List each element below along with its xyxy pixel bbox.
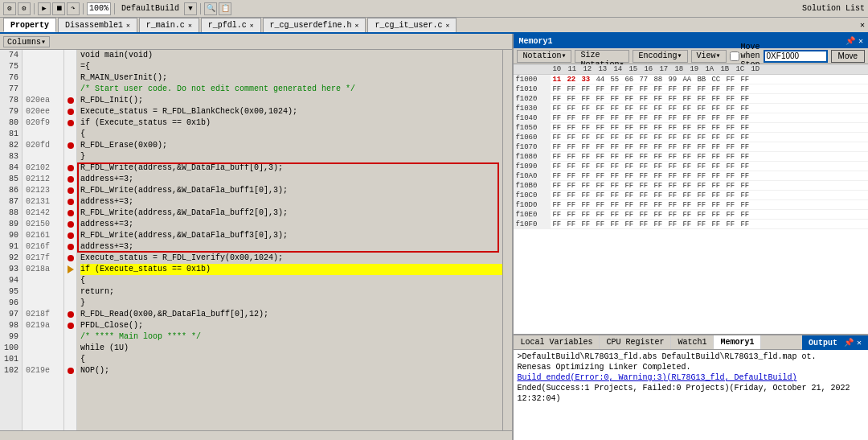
breakpoint-cell-102[interactable]	[64, 365, 76, 376]
tab-property[interactable]: Property	[3, 18, 56, 32]
mem-byte-f10F0-8: FF	[668, 220, 681, 228]
tab-rpfdl[interactable]: r_pfdl.c ✕	[201, 18, 261, 32]
breakpoint-cell-88[interactable]	[64, 208, 76, 219]
memory-row-f1040: f1040FFFFFFFFFFFFFFFFFFFFFFFFFFFF	[514, 113, 868, 123]
breakpoint-cell-74[interactable]	[64, 50, 76, 61]
memory-close-icon[interactable]: ✕	[858, 36, 863, 46]
toolbar-icon-4[interactable]: ⏹	[52, 2, 65, 15]
breakpoint-cell-96[interactable]	[64, 298, 76, 309]
mem-byte-f1020-2: FF	[581, 94, 594, 103]
mem-byte-f10F0-1: FF	[567, 220, 579, 228]
size-notation-btn[interactable]: Size Notation▾	[575, 50, 629, 63]
toolbar-icon-3[interactable]: ▶	[38, 2, 51, 15]
mem-byte-f1090-3: FF	[596, 162, 608, 171]
solution-list-label: Solution List	[802, 4, 865, 13]
breakpoint-cell-77[interactable]	[64, 84, 76, 95]
tab-rcgituser[interactable]: r_cg_it_user.c ✕	[367, 18, 457, 32]
output-area: >DefaultBuild\RL78G13_fld.abs DefaultBui…	[514, 350, 868, 440]
address-cell-97: 0218f	[23, 309, 63, 320]
breakpoint-cell-98[interactable]	[64, 320, 76, 331]
breakpoint-cell-81[interactable]	[64, 129, 76, 140]
mem-byte-f1080-8: FF	[668, 152, 681, 161]
mem-addr-f1090: f1090	[514, 162, 551, 171]
mem-byte-f1010-4: FF	[610, 84, 623, 93]
tab-close-all[interactable]: ✕	[860, 20, 865, 30]
breakpoint-cell-101[interactable]	[64, 354, 76, 365]
mem-byte-f10D0-10: FF	[697, 200, 710, 209]
mem-byte-f1050-4: FF	[610, 123, 623, 132]
breakpoint-cell-91[interactable]	[64, 241, 76, 253]
breakpoint-cell-100[interactable]	[64, 343, 76, 354]
toolbar-icon-6[interactable]: ▼	[184, 2, 197, 15]
output-link[interactable]: Build ended(Error:0, Warning:3)(RL78G13_…	[517, 373, 796, 382]
output-close-icon[interactable]: ✕	[857, 338, 862, 347]
notation-btn[interactable]: Notation▾	[517, 50, 571, 63]
breakpoint-cell-93[interactable]	[64, 264, 76, 275]
memory-address-input[interactable]	[764, 50, 828, 63]
memory-move-button[interactable]: Move	[831, 50, 865, 63]
tab-rcguserdefine[interactable]: r_cg_userdefine.h ✕	[263, 18, 366, 32]
code-scrollbar-h[interactable]	[0, 430, 512, 440]
breakpoint-cell-80[interactable]	[64, 117, 76, 129]
mem-byte-f10C0-10: FF	[697, 191, 710, 199]
address-column: 020ea020ee020f9020fd02102021120212302131…	[23, 50, 64, 430]
tab-rmain[interactable]: r_main.c ✕	[139, 18, 199, 32]
tab-rcguserdefine-close[interactable]: ✕	[355, 22, 359, 29]
toolbar-icon-8[interactable]: 📋	[219, 2, 231, 15]
memory-title: Memory1	[518, 37, 552, 46]
breakpoint-cell-82[interactable]	[64, 140, 76, 151]
mem-byte-f1010-2: FF	[581, 84, 594, 93]
tab-watch1[interactable]: Watch1	[671, 335, 714, 349]
code-line-86: R_FDL_Write(address,&W_DataFla_buff1[0],…	[80, 185, 502, 196]
encoding-btn[interactable]: Encoding▾	[633, 50, 687, 63]
toolbar-icon-1[interactable]: ⚙	[3, 2, 16, 15]
code-scrollbar-v[interactable]	[502, 50, 512, 430]
breakpoint-cell-79[interactable]	[64, 106, 76, 117]
line-number-88: 88	[0, 208, 22, 219]
line-number-89: 89	[0, 219, 22, 230]
breakpoint-cell-90[interactable]	[64, 230, 76, 241]
tab-rcgituser-close[interactable]: ✕	[445, 22, 449, 29]
mem-byte-f10A0-9: FF	[682, 171, 695, 180]
memory-row-f10C0: f10C0FFFFFFFFFFFFFFFFFFFFFFFFFFFF	[514, 191, 868, 200]
breakpoint-cell-97[interactable]	[64, 309, 76, 320]
mem-byte-f1010-13: FF	[740, 84, 753, 93]
view-btn[interactable]: View▾	[691, 50, 727, 63]
tab-local-variables[interactable]: Local Variables	[514, 335, 600, 349]
breakpoint-cell-85[interactable]	[64, 174, 76, 185]
breakpoint-cell-92[interactable]	[64, 253, 76, 264]
breakpoint-cell-84[interactable]	[64, 162, 76, 174]
breakpoint-cell-94[interactable]	[64, 275, 76, 286]
line-number-76: 76	[0, 72, 22, 84]
output-pin-icon[interactable]: 📌	[844, 338, 854, 347]
breakpoint-cell-75[interactable]	[64, 61, 76, 72]
columns-btn[interactable]: Columns▾	[3, 36, 50, 47]
mem-byte-f1040-2: FF	[581, 113, 594, 122]
mem-byte-f1050-11: FF	[711, 123, 724, 132]
breakpoint-cell-78[interactable]	[64, 95, 76, 106]
memory-pin-icon[interactable]: 📌	[845, 36, 855, 46]
mem-bytes-f10B0: FFFFFFFFFFFFFFFFFFFFFFFFFFFF	[551, 181, 868, 190]
move-when-stop-checkbox[interactable]	[730, 51, 739, 61]
breakpoint-cell-83[interactable]	[64, 151, 76, 162]
breakpoint-cell-89[interactable]	[64, 219, 76, 230]
tab-disassemble-close[interactable]: ✕	[126, 22, 130, 29]
breakpoint-cell-87[interactable]	[64, 196, 76, 208]
breakpoint-cell-99[interactable]	[64, 331, 76, 343]
tab-rpfdl-close[interactable]: ✕	[250, 22, 254, 29]
zoom-control[interactable]: 100%	[87, 2, 111, 15]
mem-byte-f1030-3: FF	[596, 104, 608, 113]
breakpoint-cell-86[interactable]	[64, 185, 76, 196]
tab-rmain-close[interactable]: ✕	[188, 22, 192, 29]
toolbar-icon-7[interactable]: 🔍	[204, 2, 217, 15]
tab-disassemble[interactable]: Disassemble1 ✕	[58, 18, 137, 32]
mem-byte-f10E0-12: FF	[726, 210, 739, 219]
line-numbers: 7475767778798081828384858687888990919293…	[0, 50, 23, 430]
tab-cpu-register[interactable]: CPU Register	[600, 335, 671, 349]
breakpoint-cell-95[interactable]	[64, 286, 76, 298]
mem-byte-f10E0-9: FF	[682, 210, 695, 219]
tab-memory1-bottom[interactable]: Memory1	[714, 335, 761, 349]
toolbar-icon-5[interactable]: ↷	[67, 2, 80, 15]
breakpoint-cell-76[interactable]	[64, 72, 76, 84]
toolbar-icon-2[interactable]: ⚙	[18, 2, 31, 15]
